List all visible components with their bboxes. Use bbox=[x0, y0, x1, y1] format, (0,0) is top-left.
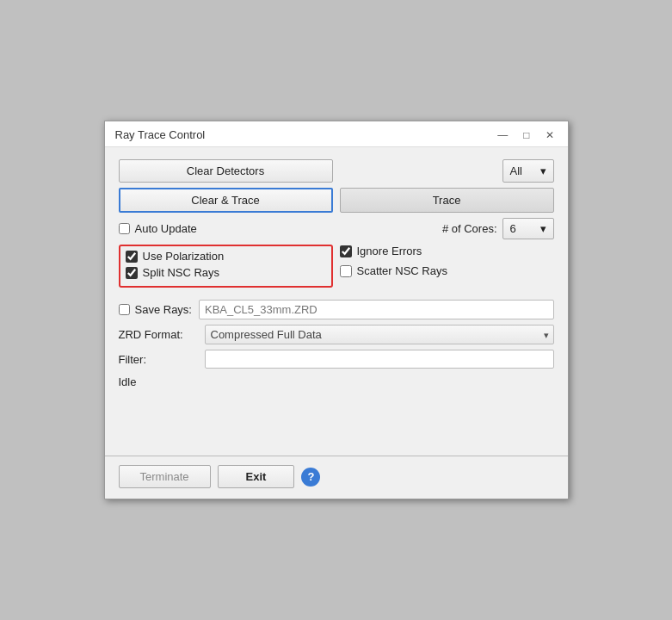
help-button[interactable]: ? bbox=[301, 468, 320, 487]
zrd-format-label: ZRD Format: bbox=[119, 328, 205, 341]
status-text: Idle bbox=[119, 375, 554, 388]
use-polarization-label: Use Polarization bbox=[143, 250, 225, 263]
window-controls: — □ ✕ bbox=[494, 130, 557, 140]
zrd-format-select-wrapper: Compressed Full Data bbox=[205, 325, 554, 344]
use-polarization-checkbox[interactable] bbox=[126, 251, 138, 263]
ignore-errors-checkbox[interactable] bbox=[340, 245, 352, 257]
scatter-nsc-rays-checkbox[interactable] bbox=[340, 265, 352, 277]
ignore-errors-label: Ignore Errors bbox=[357, 245, 422, 257]
trace-button-row: Clear & Trace Trace bbox=[119, 188, 554, 213]
bottom-bar: Terminate Exit ? bbox=[105, 456, 568, 499]
content-spacer bbox=[119, 392, 554, 443]
title-bar: Ray Trace Control — □ ✕ bbox=[105, 121, 568, 147]
right-options-column: Ignore Errors Scatter NSC Rays bbox=[340, 245, 554, 291]
clear-detectors-button[interactable]: Clear Detectors bbox=[119, 159, 333, 183]
cores-dropdown[interactable]: 6 ▾ bbox=[502, 218, 554, 239]
split-nsc-rays-checkbox[interactable] bbox=[126, 267, 138, 279]
cores-label: # of Cores: bbox=[442, 222, 497, 235]
all-dropdown-container: All ▾ bbox=[340, 159, 554, 183]
clear-trace-button[interactable]: Clear & Trace bbox=[119, 188, 333, 213]
top-button-row: Clear Detectors All ▾ bbox=[119, 159, 554, 183]
left-options-column: Use Polarization Split NSC Rays bbox=[119, 245, 333, 291]
trace-button[interactable]: Trace bbox=[340, 188, 554, 213]
zrd-format-select[interactable]: Compressed Full Data bbox=[205, 325, 554, 344]
auto-update-label: Auto Update bbox=[135, 222, 197, 235]
scatter-nsc-rays-label: Scatter NSC Rays bbox=[357, 264, 447, 277]
auto-update-row: Auto Update # of Cores: 6 ▾ bbox=[119, 218, 554, 239]
maximize-button[interactable]: □ bbox=[520, 130, 533, 140]
filter-row: Filter: bbox=[119, 350, 554, 369]
filter-input[interactable] bbox=[205, 350, 554, 369]
all-dropdown-button[interactable]: All ▾ bbox=[502, 159, 554, 183]
auto-update-checkbox[interactable] bbox=[119, 223, 130, 234]
save-rays-checkbox[interactable] bbox=[119, 304, 130, 315]
options-grid: Use Polarization Split NSC Rays Ignore E… bbox=[119, 245, 554, 291]
window-title: Ray Trace Control bbox=[115, 128, 206, 141]
split-nsc-rays-label: Split NSC Rays bbox=[143, 266, 220, 279]
terminate-button[interactable]: Terminate bbox=[119, 465, 211, 488]
chevron-down-icon: ▾ bbox=[540, 164, 546, 177]
ignore-errors-row: Ignore Errors bbox=[340, 245, 554, 257]
minimize-button[interactable]: — bbox=[494, 130, 511, 140]
close-button[interactable]: ✕ bbox=[542, 130, 558, 140]
save-rays-row: Save Rays: bbox=[119, 300, 554, 319]
scatter-nsc-rays-row: Scatter NSC Rays bbox=[340, 264, 554, 277]
exit-button[interactable]: Exit bbox=[218, 465, 295, 488]
highlighted-options-box: Use Polarization Split NSC Rays bbox=[119, 245, 333, 288]
filter-label: Filter: bbox=[119, 353, 205, 366]
cores-row: # of Cores: 6 ▾ bbox=[442, 218, 554, 239]
window-body: Clear Detectors All ▾ Clear & Trace Trac… bbox=[105, 147, 568, 456]
split-nsc-rays-row: Split NSC Rays bbox=[126, 266, 326, 279]
use-polarization-row: Use Polarization bbox=[126, 250, 326, 263]
save-rays-input[interactable] bbox=[199, 300, 554, 319]
ray-trace-control-window: Ray Trace Control — □ ✕ Clear Detectors … bbox=[104, 121, 569, 499]
zrd-format-row: ZRD Format: Compressed Full Data bbox=[119, 325, 554, 344]
save-rays-label: Save Rays: bbox=[135, 303, 192, 316]
cores-chevron-icon: ▾ bbox=[540, 222, 546, 235]
